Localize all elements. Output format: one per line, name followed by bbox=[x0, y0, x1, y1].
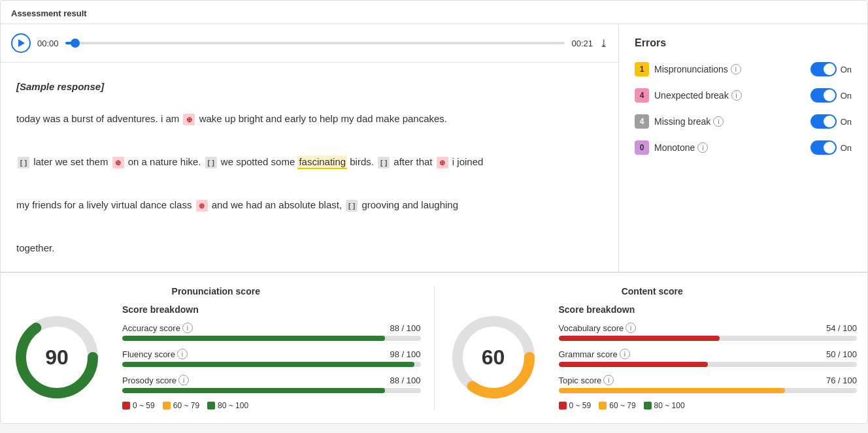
legend-dot-yellow bbox=[163, 402, 171, 409]
topic-score-item: Topic score i 76 / 100 bbox=[559, 375, 858, 393]
content-breakdown-title: Score breakdown bbox=[559, 304, 858, 315]
audio-progress-thumb bbox=[71, 39, 80, 48]
text-line-4: together. bbox=[16, 242, 54, 253]
monotone-info-icon[interactable]: i bbox=[697, 142, 708, 153]
grammar-score-row: Grammar score i 50 / 100 bbox=[559, 349, 858, 359]
prosody-score-label: Prosody score i bbox=[122, 375, 189, 385]
error-item-unexpected-break: 4 Unexpected break i On bbox=[635, 88, 852, 103]
mispronunciations-info-icon[interactable]: i bbox=[731, 64, 741, 74]
missing-break-label: Missing break i bbox=[654, 116, 805, 127]
fluency-bar-fill bbox=[122, 362, 414, 367]
grammar-score-value: 50 / 100 bbox=[826, 349, 857, 359]
legend-mid: 60 ~ 79 bbox=[163, 401, 199, 410]
fluency-score-value: 98 / 100 bbox=[390, 349, 421, 359]
fluency-score-row: Fluency score i 98 / 100 bbox=[122, 349, 421, 359]
monotone-toggle-label: On bbox=[841, 143, 852, 153]
errors-panel: Errors 1 Mispronunciations i On 4 Unexpe… bbox=[619, 24, 867, 272]
prosody-info-icon[interactable]: i bbox=[178, 375, 189, 385]
audio-progress-track[interactable] bbox=[65, 42, 565, 44]
missing-break-toggle[interactable] bbox=[810, 114, 837, 129]
fluency-info-icon[interactable]: i bbox=[177, 349, 188, 359]
unexpected-break-info-icon[interactable]: i bbox=[731, 90, 742, 101]
topic-progress-bar bbox=[559, 388, 858, 393]
monotone-badge: 0 bbox=[635, 140, 649, 155]
monotone-toggle[interactable] bbox=[810, 140, 837, 155]
content-legend-dot-red bbox=[559, 402, 567, 409]
play-button[interactable] bbox=[11, 33, 31, 53]
error-item-mispronunciations: 1 Mispronunciations i On bbox=[635, 62, 852, 76]
missing-break-toggle-group: On bbox=[810, 114, 852, 129]
unexpected-break-marker-4: ⊕ bbox=[196, 200, 208, 212]
unexpected-break-toggle-group: On bbox=[810, 88, 852, 103]
legend-mid-label: 60 ~ 79 bbox=[173, 401, 199, 410]
bottom-section: Pronunciation score 90 Score breakdown bbox=[1, 272, 867, 423]
pronunciation-breakdown-title: Score breakdown bbox=[122, 304, 421, 315]
mispronunciations-toggle-group: On bbox=[810, 62, 852, 76]
missing-break-toggle-label: On bbox=[841, 117, 852, 127]
accuracy-score-row: Accuracy score i 88 / 100 bbox=[122, 323, 421, 333]
content-legend: 0 ~ 59 60 ~ 79 80 ~ 100 bbox=[559, 401, 858, 410]
prosody-score-item: Prosody score i 88 / 100 bbox=[122, 375, 421, 393]
grammar-info-icon[interactable]: i bbox=[620, 349, 630, 359]
content-legend-dot-yellow bbox=[599, 402, 607, 409]
vocabulary-info-icon[interactable]: i bbox=[626, 323, 636, 333]
content-score-value: 60 bbox=[482, 345, 505, 370]
topic-info-icon[interactable]: i bbox=[603, 375, 614, 385]
mispronunciations-toggle[interactable] bbox=[810, 62, 837, 76]
unexpected-break-toggle[interactable] bbox=[810, 88, 837, 103]
vertical-divider bbox=[434, 286, 435, 410]
topic-score-label: Topic score i bbox=[559, 375, 614, 385]
page-title: Assessment result bbox=[1, 1, 867, 24]
top-section: 00:00 00:21 ⤓ [Sample response] today wa… bbox=[1, 24, 867, 272]
grammar-bar-fill bbox=[559, 362, 708, 367]
download-button[interactable]: ⤓ bbox=[599, 37, 608, 50]
legend-low-label: 0 ~ 59 bbox=[133, 401, 155, 410]
audio-text-panel: 00:00 00:21 ⤓ [Sample response] today wa… bbox=[1, 24, 619, 272]
unexpected-break-marker-1: ⊕ bbox=[183, 114, 195, 125]
content-legend-mid-label: 60 ~ 79 bbox=[609, 401, 635, 410]
text-line-1: today was a burst of adventures. i am ⊕ … bbox=[16, 113, 447, 124]
unexpected-break-label: Unexpected break i bbox=[654, 90, 805, 101]
pronunciation-legend: 0 ~ 59 60 ~ 79 80 ~ 100 bbox=[122, 401, 421, 410]
assessment-result-container: Assessment result 00:00 00:21 ⤓ bbox=[0, 0, 868, 424]
legend-low: 0 ~ 59 bbox=[122, 401, 155, 410]
fluency-score-item: Fluency score i 98 / 100 bbox=[122, 349, 421, 367]
missing-break-marker-4: [ ] bbox=[346, 200, 358, 212]
content-legend-low: 0 ~ 59 bbox=[559, 401, 592, 410]
content-donut-chart: 60 bbox=[448, 312, 539, 403]
monotone-toggle-group: On bbox=[810, 140, 852, 155]
text-line-3: my friends for a lively virtual dance cl… bbox=[16, 199, 458, 210]
accuracy-progress-bar bbox=[122, 336, 421, 341]
content-legend-high-label: 80 ~ 100 bbox=[654, 401, 685, 410]
grammar-score-item: Grammar score i 50 / 100 bbox=[559, 349, 858, 367]
topic-score-value: 76 / 100 bbox=[826, 376, 857, 385]
topic-bar-fill bbox=[559, 388, 786, 393]
accuracy-bar-fill bbox=[122, 336, 385, 341]
mispronunciations-badge: 1 bbox=[635, 62, 649, 76]
accuracy-score-value: 88 / 100 bbox=[390, 323, 421, 333]
mispronunciations-toggle-label: On bbox=[841, 65, 852, 74]
text-line-2: [ ] later we set them ⊕ on a nature hike… bbox=[16, 156, 483, 167]
pronunciation-score-content: 90 Score breakdown Accuracy score i 88 /… bbox=[11, 304, 421, 410]
content-score-card: Content score 60 Score breakdown bbox=[448, 286, 858, 410]
prosody-score-value: 88 / 100 bbox=[390, 376, 421, 385]
errors-title: Errors bbox=[635, 37, 852, 49]
unexpected-break-badge: 4 bbox=[635, 88, 649, 103]
accuracy-info-icon[interactable]: i bbox=[182, 323, 193, 333]
fluency-progress-bar bbox=[122, 362, 421, 367]
time-start: 00:00 bbox=[37, 39, 59, 48]
missing-break-badge: 4 bbox=[635, 114, 649, 129]
missing-break-info-icon[interactable]: i bbox=[713, 116, 724, 127]
vocabulary-score-value: 54 / 100 bbox=[826, 323, 857, 333]
monotone-label: Monotone i bbox=[654, 142, 805, 153]
pronunciation-score-value: 90 bbox=[45, 345, 69, 370]
mispronunciations-label: Mispronunciations i bbox=[654, 64, 805, 74]
accuracy-score-item: Accuracy score i 88 / 100 bbox=[122, 323, 421, 341]
prosody-score-row: Prosody score i 88 / 100 bbox=[122, 375, 421, 385]
fluency-score-label: Fluency score i bbox=[122, 349, 188, 359]
pronunciation-score-card: Pronunciation score 90 Score breakdown bbox=[11, 286, 421, 410]
content-score-content: 60 Score breakdown Vocabulary score i 54… bbox=[448, 304, 858, 410]
missing-break-marker-1: [ ] bbox=[18, 157, 29, 168]
vocabulary-progress-bar bbox=[559, 336, 858, 341]
accuracy-score-label: Accuracy score i bbox=[122, 323, 193, 333]
